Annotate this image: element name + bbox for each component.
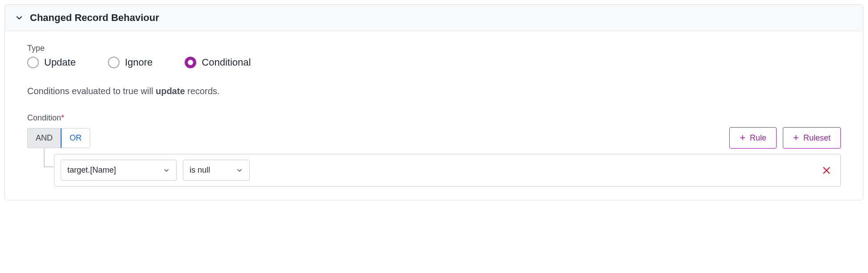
panel-title: Changed Record Behaviour xyxy=(30,12,159,24)
radio-circle-icon xyxy=(27,57,39,68)
condition-label: Condition* xyxy=(27,113,841,123)
help-prefix: Conditions evaluated to true will xyxy=(27,86,156,96)
add-rule-button[interactable]: + Rule xyxy=(729,127,777,149)
type-label: Type xyxy=(27,44,841,53)
rule-area: target.[Name] is null xyxy=(27,149,841,186)
condition-label-text: Condition xyxy=(27,113,61,122)
help-bold: update xyxy=(156,86,185,96)
field-dropdown[interactable]: target.[Name] xyxy=(61,160,177,181)
operator-value: is null xyxy=(190,165,210,175)
changed-record-panel: Changed Record Behaviour Type Update Ign… xyxy=(4,4,864,200)
action-buttons: + Rule + Ruleset xyxy=(729,127,841,149)
chevron-down-icon xyxy=(236,167,243,174)
help-text: Conditions evaluated to true will update… xyxy=(27,86,841,96)
type-radio-group: Update Ignore Conditional xyxy=(27,57,841,68)
help-suffix: records. xyxy=(185,86,220,96)
panel-header[interactable]: Changed Record Behaviour xyxy=(5,5,863,31)
radio-conditional[interactable]: Conditional xyxy=(185,57,251,68)
radio-label-conditional: Conditional xyxy=(202,57,251,68)
radio-label-ignore: Ignore xyxy=(125,57,153,68)
chevron-down-icon xyxy=(163,167,170,174)
logic-or-button[interactable]: OR xyxy=(61,128,90,148)
add-rule-label: Rule xyxy=(750,133,766,143)
radio-ignore[interactable]: Ignore xyxy=(108,57,153,68)
close-icon xyxy=(822,165,831,175)
field-value: target.[Name] xyxy=(67,165,116,175)
operator-dropdown[interactable]: is null xyxy=(183,160,250,181)
add-ruleset-button[interactable]: + Ruleset xyxy=(783,127,841,149)
chevron-down-icon xyxy=(15,13,24,22)
delete-rule-button[interactable] xyxy=(819,163,834,178)
condition-toolbar: AND OR + Rule + Ruleset xyxy=(27,127,841,149)
add-ruleset-label: Ruleset xyxy=(803,133,831,143)
rule-row: target.[Name] is null xyxy=(54,154,841,186)
plus-icon: + xyxy=(793,133,799,143)
logic-and-button[interactable]: AND xyxy=(28,128,61,148)
radio-circle-icon xyxy=(108,57,120,68)
rule-connector xyxy=(27,149,54,186)
radio-circle-selected-icon xyxy=(185,57,196,68)
plus-icon: + xyxy=(740,133,745,143)
panel-body: Type Update Ignore Conditional Condition… xyxy=(5,31,863,200)
logic-toggle: AND OR xyxy=(27,128,90,148)
required-asterisk: * xyxy=(61,113,64,122)
radio-label-update: Update xyxy=(44,57,76,68)
radio-update[interactable]: Update xyxy=(27,57,76,68)
